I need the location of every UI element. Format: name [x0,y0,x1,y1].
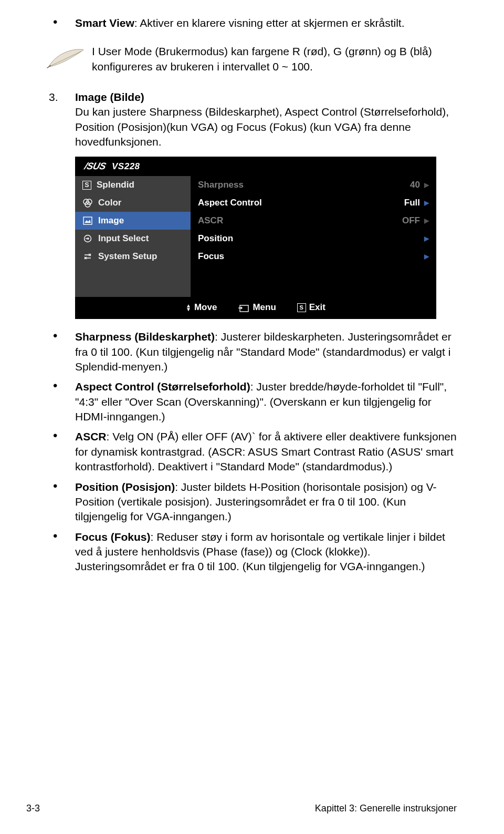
bullet-dot-icon: • [39,530,75,574]
osd-item-image[interactable]: Image [75,212,191,230]
osd-row-label: Focus [198,251,393,262]
bullet-text: Position (Posisjon): Juster bildets H-Po… [75,480,457,524]
osd-footer-menu: Menu [238,302,276,313]
bullet-lead: Smart View [75,17,134,29]
bullet-text: ASCR: Velg ON (PÅ) eller OFF (AV)` for å… [75,429,457,474]
numbered-item-3: 3. Image (Bilde) Du kan justere Sharpnes… [39,90,457,149]
osd-row-label: Position [198,233,393,244]
item-body: Du kan justere Sharpness (Bildeskarphet)… [75,106,449,148]
bullet-dot-icon: • [39,480,75,524]
osd-row-value: 40 [393,180,424,190]
osd-item-system-setup[interactable]: System Setup [75,248,191,265]
osd-row-focus[interactable]: Focus ▶ [191,248,436,265]
osd-menu-left: S Splendid Color Image [75,176,191,297]
item-text: Image (Bilde) Du kan justere Sharpness (… [75,90,457,149]
image-icon [82,216,93,225]
osd-item-label: Image [98,215,124,226]
osd-titlebar: /SUS VS228 [75,157,436,176]
chevron-right-icon: ▶ [424,199,429,207]
osd-row-label: Aspect Control [198,198,393,208]
document-page: • Smart View: Aktiver en klarere visning… [0,0,504,834]
svg-rect-3 [83,217,92,224]
osd-settings-right: Sharpness 40 ▶ Aspect Control Full ▶ ASC… [191,176,436,297]
osd-row-ascr[interactable]: ASCR OFF ▶ [191,212,436,230]
osd-row-position[interactable]: Position ▶ [191,230,436,248]
bullet-aspect-control: • Aspect Control (Størrelseforhold): Jus… [39,379,457,424]
osd-footer-exit: S Exit [297,302,326,313]
bullet-text: Sharpness (Bildeskarphet): Justerer bild… [75,330,457,374]
osd-item-label: Splendid [97,180,134,190]
bullet-body: : Velg ON (PÅ) eller OFF (AV)` for å akt… [75,430,457,472]
bullet-lead: Position (Posisjon) [75,481,175,493]
bullet-lead: Focus (Fokus) [75,531,151,543]
bullet-text: Smart View: Aktiver en klarere visning e… [75,16,457,30]
input-icon [82,234,93,243]
chapter-title: Kapittel 3: Generelle instruksjoner [315,803,457,814]
osd-panel: /SUS VS228 S Splendid Color [75,157,436,319]
brand-logo-icon: /SUS [83,161,109,172]
bullet-sharpness: • Sharpness (Bildeskarphet): Justerer bi… [39,330,457,374]
note-text: I User Mode (Brukermodus) kan fargene R … [92,44,457,74]
bullet-text: Focus (Fokus): Reduser støy i form av ho… [75,530,457,574]
bullet-dot-icon: • [39,330,75,374]
osd-item-input-select[interactable]: Input Select [75,230,191,248]
osd-footer-move: ▲▼ Move [186,302,217,313]
osd-row-sharpness[interactable]: Sharpness 40 ▶ [191,176,436,194]
color-icon [82,198,93,208]
osd-screenshot: /SUS VS228 S Splendid Color [75,157,457,319]
bullet-dot-icon: • [39,16,75,30]
bullet-dot-icon: • [39,429,75,474]
bullet-smart-view: • Smart View: Aktiver en klarere visning… [39,16,457,30]
bullet-ascr: • ASCR: Velg ON (PÅ) eller OFF (AV)` for… [39,429,457,474]
osd-footer-label: Menu [253,302,276,313]
osd-footer-label: Move [194,302,217,313]
bullet-dot-icon: • [39,379,75,424]
chevron-right-icon: ▶ [424,217,429,224]
page-footer: 3-3 Kapittel 3: Generelle instruksjoner [26,803,457,814]
bullet-position: • Position (Posisjon): Juster bildets H-… [39,480,457,524]
item-lead: Image (Bilde) [75,91,144,103]
bullet-lead: Aspect Control (Størrelseforhold) [75,380,250,393]
chevron-right-icon: ▶ [424,235,429,242]
osd-row-label: ASCR [198,215,393,226]
note-block: I User Mode (Brukermodus) kan fargene R … [39,44,457,74]
feather-icon [39,44,92,70]
bullet-body: : Aktiver en klarere visning etter at sk… [134,17,405,29]
osd-footer-label: Exit [309,302,326,313]
bullet-text: Aspect Control (Størrelseforhold): Juste… [75,379,457,424]
bullet-focus: • Focus (Fokus): Reduser støy i form av … [39,530,457,574]
setup-icon [82,252,93,261]
osd-row-value: OFF [393,215,424,226]
page-number: 3-3 [26,803,40,814]
osd-row-label: Sharpness [198,180,393,190]
osd-item-label: System Setup [98,251,157,262]
splendid-icon: S [82,181,91,190]
bullet-lead: ASCR [75,430,107,442]
osd-footer: ▲▼ Move Menu S Exit [75,297,436,319]
osd-item-splendid[interactable]: S Splendid [75,176,191,194]
bullet-lead: Sharpness (Bildeskarphet) [75,331,215,343]
exit-icon: S [297,303,306,312]
menu-enter-icon [238,303,249,312]
osd-item-label: Color [98,198,121,208]
move-updown-icon: ▲▼ [186,304,191,311]
osd-item-color[interactable]: Color [75,194,191,212]
osd-body: S Splendid Color Image [75,176,436,297]
osd-model: VS228 [112,161,140,172]
osd-item-label: Input Select [98,233,149,244]
osd-row-aspect-control[interactable]: Aspect Control Full ▶ [191,194,436,212]
osd-row-value: Full [393,198,424,208]
chevron-right-icon: ▶ [424,181,429,189]
chevron-right-icon: ▶ [424,253,429,260]
item-number: 3. [39,90,75,149]
sub-bullets: • Sharpness (Bildeskarphet): Justerer bi… [39,330,457,574]
